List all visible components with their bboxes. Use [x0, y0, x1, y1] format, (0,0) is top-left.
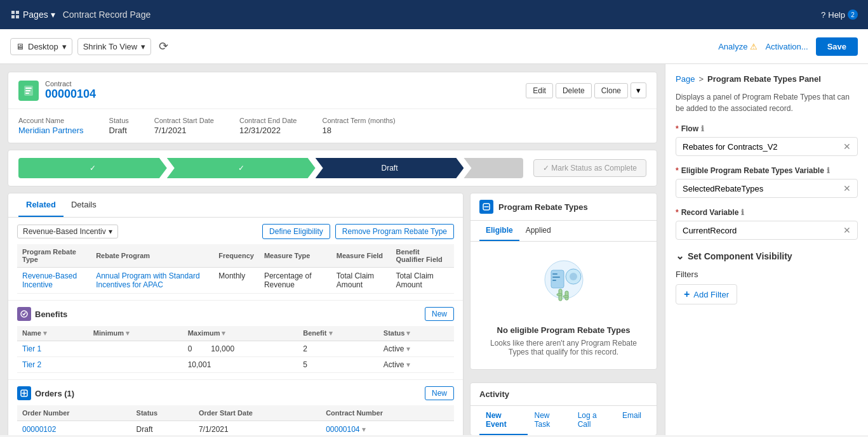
contract-number[interactable]: 00000104 [45, 88, 96, 101]
prt-empty-desc: Looks like there aren't any Program Reba… [483, 339, 644, 356]
step-2-check: ✓ [238, 164, 244, 173]
tab-applied[interactable]: Applied [519, 221, 558, 241]
activation-label: Activation... [765, 42, 808, 51]
tier2-min [88, 357, 183, 373]
flow-input-wrapper: ✕ [676, 137, 858, 156]
step-4 [464, 158, 523, 178]
svg-rect-15 [552, 280, 556, 281]
term-label: Contract Term (months) [322, 117, 395, 124]
tab-new-event[interactable]: New Event [479, 406, 528, 435]
orders-new-button[interactable]: New [425, 386, 454, 400]
clone-button[interactable]: Clone [594, 83, 628, 98]
step-2[interactable]: ✓ [167, 158, 316, 178]
help-button[interactable]: ? Help 2 [821, 10, 858, 20]
svg-rect-12 [551, 270, 564, 288]
activation-button[interactable]: Activation... [765, 42, 808, 51]
desktop-selector[interactable]: 🖥 Desktop ▾ [10, 38, 72, 55]
record-input-wrapper: ✕ [676, 221, 858, 240]
orders-col-number: Order Number [17, 405, 131, 421]
contract-title-group: Contract 00000104 [18, 80, 96, 101]
status-field: Status Draft [109, 117, 129, 135]
breadcrumb-separator: > [698, 74, 704, 84]
refresh-button[interactable]: ⟳ [156, 37, 171, 56]
add-filter-button[interactable]: + Add Filter [676, 284, 737, 304]
flow-clear-icon[interactable]: ✕ [843, 141, 851, 152]
tab-email[interactable]: Email [616, 406, 648, 435]
shrink-selector[interactable]: Shrink To View ▾ [77, 38, 152, 55]
order-number[interactable]: 00000102 [17, 421, 131, 436]
col-measure-field: Measure Field [331, 244, 391, 268]
analyze-button[interactable]: Analyze ⚠ [718, 42, 758, 51]
cell-type[interactable]: Revenue-Based Incentive [17, 268, 91, 294]
flow-input[interactable] [683, 142, 843, 152]
svg-rect-1 [16, 11, 19, 14]
help-icon: ? [821, 10, 825, 20]
orders-icon [17, 386, 31, 400]
record-required: * [676, 208, 679, 217]
filter-badge[interactable]: Revenue-Based Incentiv ▾ [17, 225, 118, 238]
orders-row: 00000102 Draft 7/1/2021 00000104 ▾ [17, 421, 454, 436]
tier1-name[interactable]: Tier 1 [17, 341, 88, 357]
benefits-table: Name ▾ Minimum ▾ Maximum ▾ Benefit ▾ Sta… [17, 326, 454, 373]
svg-rect-0 [11, 11, 15, 14]
more-actions-button[interactable]: ▾ [631, 82, 646, 98]
step-1[interactable]: ✓ [18, 158, 167, 178]
mark-status-button[interactable]: ✓ Mark Status as Complete [533, 159, 646, 177]
record-input[interactable] [683, 226, 843, 235]
tab-related[interactable]: Related [18, 193, 63, 217]
tab-details[interactable]: Details [63, 193, 104, 217]
svg-rect-13 [552, 273, 558, 275]
eligible-clear-icon[interactable]: ✕ [843, 183, 851, 193]
step-1-check: ✓ [90, 164, 96, 173]
svg-rect-5 [25, 88, 32, 89]
tier2-benefit: 5 [298, 357, 378, 373]
svg-rect-21 [563, 296, 568, 297]
flow-info-icon[interactable]: ℹ [701, 124, 704, 133]
col-frequency: Frequency [213, 244, 259, 268]
benefits-new-button[interactable]: New [425, 307, 454, 321]
benefits-col-status: Status ▾ [378, 326, 454, 341]
breadcrumb-page[interactable]: Page [676, 74, 695, 84]
order-contract[interactable]: 00000104 ▾ [321, 421, 454, 436]
tier2-status: Active ▾ [378, 357, 454, 373]
cell-program[interactable]: Annual Program with Standard Incentives … [91, 268, 213, 294]
table-row: Revenue-Based Incentive Annual Program w… [17, 268, 454, 294]
tab-log-call[interactable]: Log a Call [571, 406, 616, 435]
pages-label: Pages [23, 10, 48, 20]
collapse-icon: ⌄ [676, 250, 684, 262]
step-3[interactable]: Draft [316, 158, 464, 178]
filter-badge-label: Revenue-Based Incentiv [23, 227, 106, 236]
end-date-label: Contract End Date [239, 117, 297, 124]
tier2-name[interactable]: Tier 2 [17, 357, 88, 373]
status-label: Status [109, 117, 129, 124]
benefits-row: Tier 1 0 10,000 2 Active ▾ [17, 341, 454, 357]
remove-program-rebate-button[interactable]: Remove Program Rebate Type [335, 224, 454, 239]
contract-actions: Edit Delete Clone ▾ [526, 82, 646, 98]
page-title: Contract Record Page [63, 10, 151, 20]
component-visibility-header[interactable]: ⌄ Set Component Visibility [676, 250, 858, 262]
edit-button[interactable]: Edit [526, 83, 553, 98]
help-badge: 2 [848, 10, 858, 20]
account-name-value[interactable]: Meridian Partners [18, 126, 84, 135]
prt-empty-state: No eligible Program Rebate Types Looks l… [471, 242, 657, 369]
eligible-input[interactable] [683, 184, 843, 193]
save-button[interactable]: Save [816, 37, 858, 56]
help-label: Help [828, 10, 845, 20]
order-startdate: 7/1/2021 [194, 421, 321, 436]
eligible-required: * [676, 166, 679, 175]
record-info-icon[interactable]: ℹ [741, 208, 744, 217]
tab-new-task[interactable]: New Task [528, 406, 571, 435]
col-type: Program Rebate Type [17, 244, 91, 268]
tab-eligible[interactable]: Eligible [479, 221, 519, 241]
delete-button[interactable]: Delete [556, 83, 592, 98]
prt-empty-title: No eligible Program Rebate Types [497, 325, 631, 335]
start-date-field: Contract Start Date 7/1/2021 [154, 117, 214, 135]
record-clear-icon[interactable]: ✕ [843, 225, 851, 235]
progress-section: ✓ ✓ Draft ✓ Mark Status as Complete [8, 150, 657, 186]
orders-col-contract: Contract Number [321, 405, 454, 421]
tier1-benefit: 2 [298, 341, 378, 357]
define-eligibility-button[interactable]: Define Eligibility [262, 224, 330, 239]
pages-dropdown[interactable]: Pages ▾ [10, 10, 55, 20]
prt-icon [479, 200, 493, 214]
eligible-info-icon[interactable]: ℹ [827, 166, 830, 175]
